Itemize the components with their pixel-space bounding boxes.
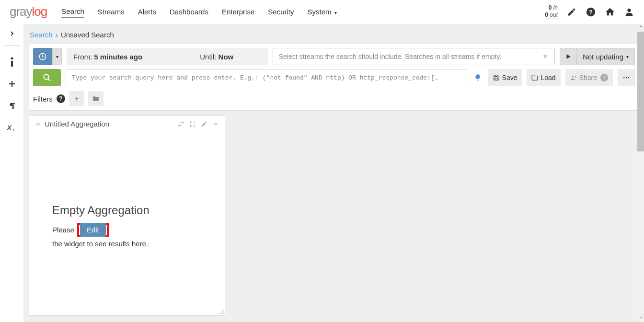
svg-rect-4 <box>11 61 13 67</box>
edit-icon[interactable] <box>566 7 577 17</box>
nav-enterprise[interactable]: Enterprise <box>222 6 254 18</box>
divider <box>5 45 19 46</box>
svg-point-11 <box>44 74 49 80</box>
svg-point-2 <box>627 8 631 12</box>
info-icon[interactable] <box>6 56 18 68</box>
play-button[interactable] <box>560 48 577 65</box>
nav-search[interactable]: Search <box>61 5 84 18</box>
stream-select[interactable]: Select streams the search should include… <box>273 48 555 65</box>
breadcrumb-current: Unsaved Search <box>61 31 114 39</box>
svg-point-3 <box>11 58 13 60</box>
time-picker: ▾ <box>33 48 62 65</box>
svg-text:?: ? <box>589 8 593 15</box>
scroll-up-icon[interactable]: ˄ <box>637 24 644 31</box>
left-sidebar: X1 <box>0 24 24 322</box>
empty-aggregation-title: Empty Aggregation <box>52 204 202 217</box>
scroll-thumb[interactable] <box>637 32 644 151</box>
main-nav: Search Streams Alerts Dashboards Enterpr… <box>61 5 545 18</box>
svg-point-13 <box>572 76 574 78</box>
time-range-dropdown[interactable]: ▾ <box>52 48 62 65</box>
time-range-display[interactable]: From: 5 minutes ago Until: Now <box>67 48 268 65</box>
nav-dashboards[interactable]: Dashboards <box>170 6 208 18</box>
share-help-icon: ? <box>600 74 608 81</box>
edit-widget-button[interactable]: Edit <box>80 223 106 237</box>
load-button[interactable]: Load <box>527 69 560 86</box>
help-icon[interactable]: ? <box>586 7 596 17</box>
refresh-dropdown[interactable]: Not updating▾ <box>577 48 635 65</box>
more-menu[interactable]: ⋯ <box>618 69 635 86</box>
svg-marker-10 <box>566 54 570 58</box>
nav-streams[interactable]: Streams <box>98 6 125 18</box>
filters-label: Filters <box>33 95 53 103</box>
drag-handle-icon[interactable] <box>35 121 41 127</box>
paragraph-icon[interactable] <box>6 100 18 112</box>
filters-help-icon[interactable]: ? <box>57 94 65 103</box>
add-filter-button[interactable] <box>69 91 84 106</box>
breadcrumb: Search › Unsaved Search <box>24 24 644 44</box>
expand-sidebar-icon[interactable] <box>6 28 18 39</box>
top-bar: graylog Search Streams Alerts Dashboards… <box>0 0 644 24</box>
svg-line-12 <box>48 79 50 81</box>
dropdown-icon: ▼ <box>542 53 549 60</box>
user-icon[interactable] <box>624 7 634 17</box>
share-button[interactable]: Share ? <box>565 69 613 86</box>
widget-expand-icon[interactable] <box>189 121 196 127</box>
widget-edit-icon[interactable] <box>201 121 207 127</box>
nav-system[interactable]: System ▾ <box>307 6 336 18</box>
scrollbar[interactable]: ˄ ˅ <box>637 24 644 322</box>
aggregation-widget: Untitled Aggregation <box>29 115 225 316</box>
time-range-button[interactable] <box>33 48 52 65</box>
query-input[interactable]: Type your search query here and press en… <box>66 69 467 86</box>
main-area: Search › Unsaved Search ▾ From: 5 minute… <box>24 24 644 322</box>
home-icon[interactable] <box>605 7 615 17</box>
io-stats: 0 in 0 out <box>545 4 558 19</box>
nav-alerts[interactable]: Alerts <box>138 6 156 18</box>
svg-text:1: 1 <box>12 128 14 132</box>
widget-menu-icon[interactable] <box>212 121 219 127</box>
refresh-controls: Not updating▾ <box>560 48 635 65</box>
breadcrumb-separator: › <box>56 31 58 39</box>
add-icon[interactable] <box>6 78 18 90</box>
widget-swap-icon[interactable] <box>178 121 184 127</box>
svg-text:X: X <box>7 124 12 131</box>
search-panel: ▾ From: 5 minutes ago Until: Now Select … <box>29 44 639 111</box>
hint-icon[interactable] <box>472 69 483 86</box>
widget-title: Untitled Aggregation <box>45 120 174 128</box>
empty-aggregation-text: Please Edit the widget to see results he… <box>52 223 202 248</box>
edit-highlight: Edit <box>77 223 109 237</box>
logo[interactable]: graylog <box>10 4 47 19</box>
filter-folder-button[interactable] <box>88 91 104 106</box>
topbar-right: 0 in 0 out ? <box>545 4 634 19</box>
scroll-down-icon[interactable]: ˅ <box>637 315 644 322</box>
breadcrumb-search-link[interactable]: Search <box>30 31 53 39</box>
svg-line-25 <box>223 313 224 314</box>
save-button[interactable]: Save <box>488 69 522 86</box>
variable-icon[interactable]: X1 <box>6 122 18 134</box>
resize-handle[interactable] <box>218 309 224 314</box>
search-button[interactable] <box>33 69 61 86</box>
nav-security[interactable]: Security <box>268 6 294 18</box>
